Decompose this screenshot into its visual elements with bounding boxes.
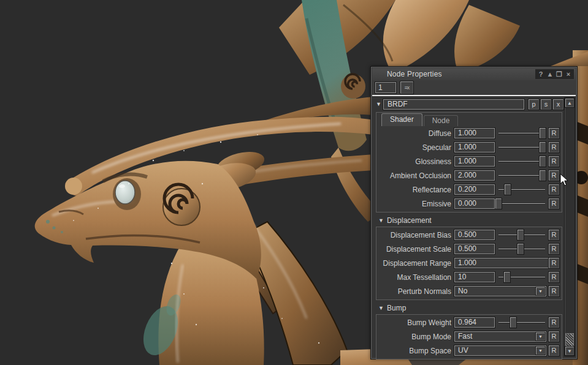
shader-group: Shader Node Diffuse 1.000 R Specular 1.0… <box>376 112 562 213</box>
value-field[interactable]: 1.000 <box>454 258 549 268</box>
slider-thumb[interactable] <box>540 128 546 138</box>
param-row-emissive: Emissive 0.000 R <box>376 197 562 211</box>
param-row-perturb-normals: Perturb Normals No ▼ R <box>376 284 562 298</box>
chevron-down-icon: ▼ <box>378 305 387 311</box>
dropdown[interactable]: UV ▼ <box>454 345 546 356</box>
section-header-displacement[interactable]: ▼ Displacement <box>378 216 565 225</box>
dropdown-value: UV <box>455 346 536 355</box>
slider[interactable] <box>497 317 546 328</box>
param-label: Diffuse <box>378 129 454 138</box>
slider-track <box>498 175 545 176</box>
reset-button[interactable]: R <box>549 258 559 268</box>
slider[interactable] <box>497 184 546 195</box>
vertical-scrollbar[interactable]: ▲ ▼ <box>564 97 575 356</box>
panel-titlebar[interactable]: Node Properties ? ▲ ❐ × <box>372 68 576 80</box>
selection-count-field[interactable]: 1 <box>375 82 396 93</box>
slider[interactable] <box>497 142 546 152</box>
reset-button[interactable]: R <box>549 142 559 152</box>
dropdown[interactable]: Fast ▼ <box>454 331 546 342</box>
reset-button[interactable]: R <box>549 331 559 342</box>
reset-button[interactable]: R <box>549 156 559 167</box>
slider[interactable] <box>497 230 546 240</box>
slider-thumb[interactable] <box>540 156 546 167</box>
brdf-header: ▼ BRDF p s x <box>376 98 563 110</box>
value-field[interactable]: 0.500 <box>454 230 495 240</box>
tab-strip: Shader Node <box>381 113 562 126</box>
eye <box>113 178 141 210</box>
delete-button[interactable]: x <box>553 99 563 110</box>
slider[interactable] <box>497 156 546 167</box>
section-header-bump[interactable]: ▼ Bump <box>378 303 565 312</box>
value-field[interactable]: 2.000 <box>454 170 495 181</box>
application-window: { "window": { "title": "Node Properties"… <box>0 0 588 365</box>
reset-button[interactable]: R <box>549 170 559 181</box>
param-label: Bump Space <box>378 347 454 355</box>
value-field[interactable]: 0.500 <box>454 244 495 254</box>
reset-button[interactable]: R <box>549 128 559 138</box>
list-filter-icon: ≡x <box>405 85 410 91</box>
slider[interactable] <box>497 272 546 282</box>
slider-thumb[interactable] <box>505 184 511 195</box>
node-name-field[interactable]: BRDF <box>383 99 524 110</box>
slider-thumb[interactable] <box>495 198 502 209</box>
param-row-specular: Specular 1.000 R <box>376 140 562 154</box>
value-field[interactable]: 10 <box>454 272 495 282</box>
preset-button[interactable]: p <box>529 99 539 110</box>
reset-button[interactable]: R <box>549 230 559 240</box>
tab-shader[interactable]: Shader <box>381 113 422 126</box>
node-properties-panel: Node Properties ? ▲ ❐ × 1 ≡x ▼ BRDF p s … <box>370 66 578 359</box>
selection-filter-button[interactable]: ≡x <box>400 81 413 94</box>
value-field[interactable]: 0.200 <box>454 184 495 195</box>
param-label: Bump Mode <box>378 333 454 341</box>
param-label: Glossiness <box>378 157 454 166</box>
dropdown[interactable]: No ▼ <box>454 286 546 296</box>
param-label: Perturb Normals <box>378 287 454 296</box>
dropdown-value: Fast <box>455 332 536 341</box>
slider[interactable] <box>497 198 546 209</box>
restore-icon[interactable]: ❐ <box>555 70 563 78</box>
value-field[interactable]: 1.000 <box>454 128 495 138</box>
slider-track <box>498 322 545 323</box>
tab-node[interactable]: Node <box>424 115 459 126</box>
close-icon[interactable]: × <box>564 70 573 78</box>
value-field[interactable]: 1.000 <box>454 156 495 167</box>
reset-button[interactable]: R <box>549 286 559 296</box>
scroll-down-icon[interactable]: ▼ <box>565 347 574 355</box>
displacement-group: Displacement Bias 0.500 R Displacement S… <box>376 227 562 300</box>
value-field[interactable]: 0.000 <box>454 198 495 209</box>
reset-button[interactable]: R <box>549 184 559 195</box>
slider-thumb[interactable] <box>504 272 510 282</box>
chevron-down-icon[interactable]: ▼ <box>376 101 383 107</box>
slider-thumb[interactable] <box>510 317 516 328</box>
slider-thumb[interactable] <box>540 142 546 152</box>
help-icon[interactable]: ? <box>536 70 545 78</box>
chevron-down-icon[interactable]: ▼ <box>536 347 545 355</box>
slider-thumb[interactable] <box>517 244 524 254</box>
reset-button[interactable]: R <box>549 345 559 356</box>
value-field[interactable]: 1.000 <box>454 142 495 152</box>
param-label: Displacement Range <box>378 259 454 268</box>
slider[interactable] <box>497 244 546 254</box>
chevron-down-icon[interactable]: ▼ <box>536 333 545 341</box>
value-field[interactable]: 0.964 <box>454 317 495 328</box>
slider[interactable] <box>497 128 546 138</box>
chevron-down-icon[interactable]: ▼ <box>536 287 545 295</box>
properties-scroll-area: ▼ BRDF p s x Shader Node Diffuse 1.000 R <box>372 95 576 358</box>
bump-group: Bump Weight 0.964 R Bump Mode Fast ▼ R B… <box>376 314 562 359</box>
panel-title: Node Properties <box>387 70 442 78</box>
scroll-up-icon[interactable]: ▲ <box>565 99 574 107</box>
chevron-down-icon: ▼ <box>378 217 387 224</box>
slider-thumb[interactable] <box>517 230 524 240</box>
section-label: Bump <box>387 304 406 312</box>
param-row-max-tessellation: Max Tessellation 10 R <box>376 270 562 284</box>
reset-button[interactable]: R <box>549 272 559 282</box>
slider-thumb[interactable] <box>540 170 546 181</box>
reset-button[interactable]: R <box>549 198 559 209</box>
shade-icon[interactable]: ▲ <box>546 70 554 78</box>
save-button[interactable]: s <box>541 99 551 110</box>
reset-button[interactable]: R <box>549 244 559 254</box>
param-row-ambient-occlusion: Ambient Occlusion 2.000 R <box>376 168 562 182</box>
reset-button[interactable]: R <box>549 317 559 328</box>
dropdown-value: No <box>455 287 536 296</box>
slider[interactable] <box>497 170 546 181</box>
